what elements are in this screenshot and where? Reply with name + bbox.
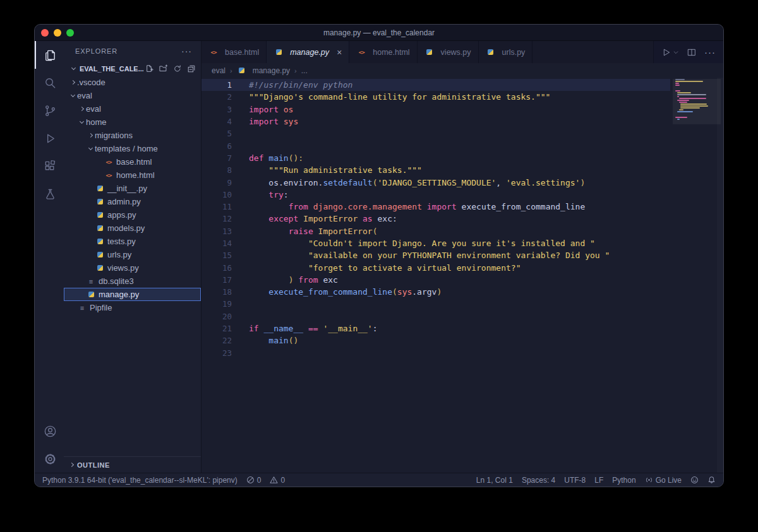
code-line-8[interactable]: 8 """Run administrative tasks.""" — [202, 164, 670, 176]
code-line-12[interactable]: 12 except ImportError as exc: — [202, 213, 670, 225]
code-line-5[interactable]: 5 — [202, 127, 670, 139]
tree-item-label: models.py — [107, 223, 145, 233]
minimap-line — [675, 85, 680, 86]
zoom-window-button[interactable] — [66, 29, 74, 37]
status-bell[interactable] — [707, 476, 716, 484]
code-line-2[interactable]: 2"""Django's command-line utility for ad… — [202, 91, 670, 103]
python-file-icon — [97, 225, 103, 231]
tree-item-templates-home[interactable]: templates / home — [64, 142, 201, 155]
tree-item-eval[interactable]: eval — [64, 89, 201, 102]
line-text: ) from exc — [232, 275, 338, 285]
code-line-10[interactable]: 10 try: — [202, 189, 670, 201]
tree-item-base-html[interactable]: <>base.html — [64, 155, 201, 168]
settings-gear-icon[interactable] — [35, 445, 64, 473]
editor-scrollbar[interactable] — [717, 78, 723, 473]
tree-item-urls-py[interactable]: urls.py — [64, 248, 201, 261]
tab-manage-py[interactable]: manage.py× — [267, 41, 349, 63]
status-python[interactable]: Python — [612, 476, 635, 485]
collapse-all-icon[interactable] — [187, 64, 196, 73]
code-line-22[interactable]: 22 main() — [202, 334, 670, 346]
code-line-13[interactable]: 13 raise ImportError( — [202, 225, 670, 237]
code-line-14[interactable]: 14 "Couldn't import Django. Are you sure… — [202, 237, 670, 249]
tab-home-html[interactable]: <>home.html — [349, 41, 417, 63]
python-file-icon — [97, 252, 103, 257]
breadcrumb-item[interactable]: eval — [212, 66, 226, 75]
code-line-1[interactable]: 1#!/usr/bin/env python — [202, 79, 670, 91]
new-file-icon[interactable] — [145, 64, 154, 73]
breadcrumb-item[interactable]: ... — [301, 66, 308, 75]
tree-item-admin-py[interactable]: admin.py — [64, 195, 201, 208]
tree-item--init-py[interactable]: __init__.py — [64, 182, 201, 195]
tree-item-label: home.html — [116, 170, 155, 180]
workspace-section-header[interactable]: EVAL_THE_CALE... — [64, 61, 201, 76]
code-line-7[interactable]: 7def main(): — [202, 152, 670, 164]
code-line-18[interactable]: 18 execute_from_command_line(sys.argv) — [202, 286, 670, 298]
split-editor-icon[interactable] — [687, 47, 697, 57]
tree-item-apps-py[interactable]: apps.py — [64, 208, 201, 222]
explorer-icon[interactable] — [35, 41, 64, 69]
extensions-icon[interactable] — [35, 152, 64, 180]
status-broadcast[interactable]: Go Live — [645, 476, 682, 485]
code-line-23[interactable]: 23 — [202, 347, 670, 359]
new-folder-icon[interactable] — [159, 64, 168, 73]
explorer-more-actions[interactable]: ··· — [181, 46, 192, 56]
status-label: Spaces: 4 — [522, 476, 555, 485]
code-line-19[interactable]: 19 — [202, 298, 670, 310]
tree-item-manage-py[interactable]: manage.py — [64, 288, 201, 301]
search-icon[interactable] — [35, 69, 64, 97]
code-line-3[interactable]: 3import os — [202, 103, 670, 115]
more-actions-icon[interactable]: ··· — [704, 47, 716, 57]
tree-item-views-py[interactable]: views.py — [64, 261, 201, 275]
tree-item--vscode[interactable]: .vscode — [64, 76, 201, 89]
status-spaces-[interactable]: Spaces: 4 — [522, 476, 555, 485]
tree-item-db-sqlite3[interactable]: ≡db.sqlite3 — [64, 275, 201, 288]
line-text: execute_from_command_line(sys.argv) — [232, 287, 442, 297]
minimize-window-button[interactable] — [54, 29, 61, 37]
line-text: "available on your PYTHONPATH environmen… — [232, 251, 610, 260]
status-ln[interactable]: Ln 1, Col 1 — [476, 476, 513, 485]
tree-item-pipfile[interactable]: ≡Pipfile — [64, 301, 201, 314]
tab-urls-py[interactable]: urls.py — [479, 41, 533, 63]
refresh-icon[interactable] — [173, 64, 182, 73]
close-tab-icon[interactable]: × — [337, 48, 342, 57]
status-lf[interactable]: LF — [594, 476, 603, 485]
tree-item-home-html[interactable]: <>home.html — [64, 168, 201, 182]
tree-item-models-py[interactable]: models.py — [64, 222, 201, 235]
minimap-line — [677, 119, 680, 120]
minimap-line — [677, 94, 706, 95]
source-control-icon[interactable] — [35, 97, 64, 124]
tree-item-eval[interactable]: eval — [64, 102, 201, 115]
code-line-20[interactable]: 20 — [202, 310, 670, 322]
testing-beaker-icon[interactable] — [35, 180, 64, 208]
run-python-file-button[interactable] — [661, 47, 679, 57]
line-text: main() — [232, 336, 298, 345]
code-line-17[interactable]: 17 ) from exc — [202, 274, 670, 286]
tree-item-tests-py[interactable]: tests.py — [64, 235, 201, 248]
status-feedback[interactable] — [690, 476, 699, 484]
account-icon[interactable] — [35, 417, 64, 445]
code-line-21[interactable]: 21if __name__ == '__main__': — [202, 322, 670, 334]
code-editor[interactable]: 1#!/usr/bin/env python2"""Django's comma… — [202, 78, 723, 473]
outline-section[interactable]: OUTLINE — [64, 456, 201, 473]
broadcast-icon — [645, 476, 653, 484]
run-debug-icon[interactable] — [35, 124, 64, 152]
code-line-11[interactable]: 11 from django.core.management import ex… — [202, 201, 670, 213]
code-line-4[interactable]: 4import sys — [202, 115, 670, 127]
tree-item-home[interactable]: home — [64, 115, 201, 129]
code-line-6[interactable]: 6 — [202, 139, 670, 151]
close-window-button[interactable] — [41, 29, 49, 37]
code-line-15[interactable]: 15 "available on your PYTHONPATH environ… — [202, 249, 670, 261]
tree-item-label: eval — [86, 104, 101, 114]
tree-item-migrations[interactable]: migrations — [64, 129, 201, 142]
status-utf-8[interactable]: UTF-8 — [564, 476, 586, 485]
line-number: 11 — [202, 202, 232, 211]
tab-base-html[interactable]: <>base.html — [202, 41, 267, 63]
status-python[interactable]: Python 3.9.1 64-bit ('eval_the_calendar-… — [42, 476, 238, 485]
code-line-16[interactable]: 16 "forget to activate a virtual environ… — [202, 261, 670, 273]
code-line-9[interactable]: 9 os.environ.setdefault('DJANGO_SETTINGS… — [202, 176, 670, 188]
status-warning[interactable]: 0 — [270, 476, 285, 485]
minimap[interactable] — [675, 79, 714, 122]
tab-views-py[interactable]: views.py — [418, 41, 479, 63]
breadcrumb-item[interactable]: manage.py — [237, 66, 290, 75]
status-error[interactable]: 0 — [246, 476, 262, 485]
